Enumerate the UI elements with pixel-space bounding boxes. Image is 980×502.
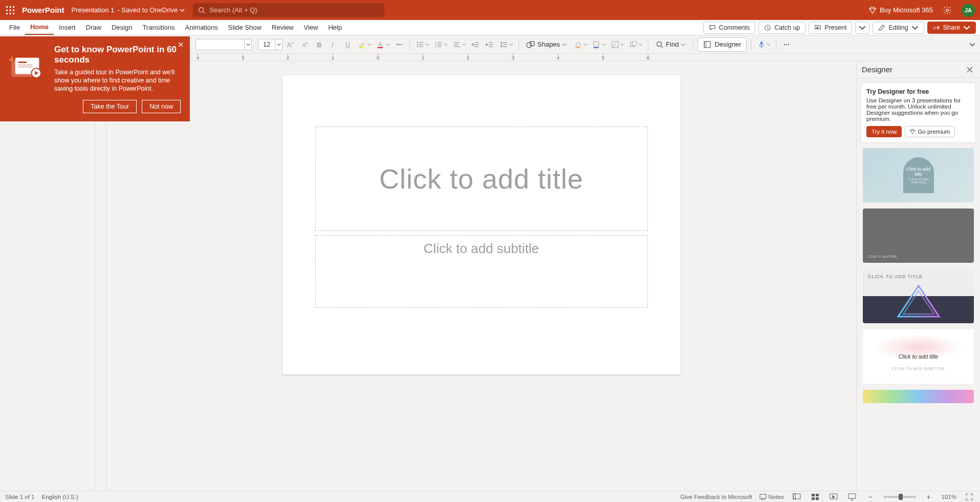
tab-transitions[interactable]: Transitions	[137, 20, 180, 35]
slide-counter[interactable]: Slide 1 of 1	[5, 494, 35, 500]
go-premium-button[interactable]: Go premium	[905, 126, 954, 137]
document-title[interactable]: Presentation 1	[72, 6, 115, 14]
svg-rect-2	[13, 6, 14, 8]
zoom-slider[interactable]	[883, 496, 916, 498]
comment-icon	[709, 24, 716, 31]
slide-1[interactable]: Click to add title Click to add subtitle	[282, 75, 681, 374]
save-status[interactable]: - Saved to OneDrive	[117, 6, 185, 14]
chevron-down-icon	[180, 8, 185, 13]
zoom-in-button[interactable]: +	[923, 492, 934, 501]
more-font-button[interactable]	[393, 38, 405, 51]
shape-fill-button[interactable]	[572, 38, 589, 51]
font-name-box[interactable]	[195, 39, 252, 50]
clock-arrow-icon	[764, 24, 771, 31]
shape-outline-button[interactable]	[591, 38, 607, 51]
arrange-button[interactable]	[627, 38, 644, 51]
tab-insert[interactable]: Insert	[54, 20, 81, 35]
designer-close-button[interactable]	[965, 65, 975, 75]
highlight-button[interactable]	[356, 38, 373, 51]
increase-indent-button[interactable]	[484, 38, 496, 51]
underline-button[interactable]: U	[342, 38, 354, 51]
font-name-dropdown[interactable]	[245, 39, 252, 50]
search-box[interactable]: Search (Alt + Q)	[193, 3, 384, 17]
bullets-button[interactable]	[414, 38, 430, 51]
reading-view-button[interactable]	[828, 492, 839, 501]
line-spacing-button[interactable]	[498, 38, 514, 51]
align-button[interactable]	[451, 38, 467, 51]
app-launcher-button[interactable]	[0, 0, 20, 20]
tab-file[interactable]: File	[4, 20, 25, 35]
design-ideas-list[interactable]: Click to add title CLICK TO ADD SUBTITLE…	[857, 146, 980, 491]
zoom-out-button[interactable]: −	[865, 492, 876, 501]
designer-toolbar-button[interactable]: Designer	[698, 37, 747, 52]
normal-view-button[interactable]	[791, 492, 802, 501]
title-placeholder[interactable]: Click to add title	[315, 127, 648, 231]
sorter-view-button[interactable]	[810, 492, 821, 501]
tab-view[interactable]: View	[299, 20, 323, 35]
svg-rect-54	[594, 47, 599, 48]
font-size-input[interactable]	[258, 39, 275, 50]
italic-button[interactable]: I	[328, 38, 340, 51]
numbering-button[interactable]: 123	[432, 38, 449, 51]
tab-help[interactable]: Help	[323, 20, 347, 35]
design-idea-2[interactable]: Click to add title	[863, 208, 974, 263]
bold-button[interactable]: B	[313, 38, 325, 51]
tab-draw[interactable]: Draw	[81, 20, 106, 35]
zoom-slider-knob[interactable]	[899, 494, 903, 500]
shapes-button[interactable]: Shapes	[523, 40, 570, 49]
buy-m365-button[interactable]: Buy Microsoft 365	[868, 6, 933, 14]
design-idea-5[interactable]	[863, 390, 974, 403]
font-size-dropdown[interactable]	[275, 39, 282, 50]
chevron-down-icon	[444, 43, 448, 47]
tab-animations[interactable]: Animations	[180, 20, 223, 35]
notes-icon	[759, 494, 767, 500]
svg-rect-53	[594, 41, 599, 46]
present-button[interactable]: Present	[809, 22, 852, 34]
slideshow-view-button[interactable]	[846, 492, 858, 501]
tab-home[interactable]: Home	[25, 20, 54, 35]
decrease-indent-button[interactable]	[469, 38, 482, 51]
notes-toggle[interactable]: Notes	[759, 494, 784, 500]
share-button[interactable]: Share	[927, 22, 976, 34]
grow-font-button[interactable]: A	[285, 38, 297, 51]
account-avatar[interactable]: JA	[962, 4, 975, 17]
tab-slideshow[interactable]: Slide Show	[223, 20, 267, 35]
collapse-ribbon-button[interactable]	[968, 40, 977, 49]
try-it-now-button[interactable]: Try it now	[866, 126, 902, 137]
svg-rect-62	[760, 41, 763, 45]
take-tour-button[interactable]: Take the Tour	[83, 100, 137, 113]
share-label: Share	[943, 24, 960, 31]
editing-mode-button[interactable]: Editing	[873, 22, 924, 34]
quick-styles-button[interactable]	[609, 38, 625, 51]
comments-button[interactable]: Comments	[703, 22, 755, 34]
dictate-button[interactable]	[755, 38, 772, 51]
zoom-level[interactable]: 101%	[942, 494, 956, 500]
shrink-font-button[interactable]: A	[299, 38, 311, 51]
chevron-down-icon	[277, 43, 281, 47]
find-button[interactable]: Find	[652, 40, 689, 49]
tab-design[interactable]: Design	[106, 20, 137, 35]
font-name-input[interactable]	[195, 39, 245, 50]
diamond-icon	[868, 6, 877, 14]
design-idea-3[interactable]: CLICK TO ADD TITLE	[863, 269, 974, 323]
design-idea-4[interactable]: Click to add title CLICK TO ADD SUBTITLE	[863, 329, 974, 384]
feedback-link[interactable]: Give Feedback to Microsoft	[681, 494, 752, 500]
chevron-down-icon	[767, 43, 771, 47]
not-now-button[interactable]: Not now	[142, 100, 181, 113]
svg-point-25	[401, 44, 402, 45]
ribbon-tabs: File Home Insert Draw Design Transitions…	[0, 20, 980, 35]
language-status[interactable]: English (U.S.)	[42, 494, 78, 500]
present-dropdown[interactable]	[855, 22, 869, 34]
slide-canvas[interactable]: Click to add title Click to add subtitle	[106, 61, 856, 491]
design-idea-1[interactable]: Click to add title CLICK TO ADD SUBTITLE	[863, 148, 974, 202]
font-color-button[interactable]: A	[375, 38, 391, 51]
more-commands-button[interactable]	[780, 38, 793, 51]
tab-review[interactable]: Review	[267, 20, 299, 35]
catchup-button[interactable]: Catch up	[758, 22, 805, 34]
slide-thumbnail-panel[interactable]	[0, 61, 95, 491]
font-size-box[interactable]	[258, 39, 282, 50]
subtitle-placeholder[interactable]: Click to add subtitle	[315, 235, 648, 308]
fit-to-window-button[interactable]	[964, 492, 975, 501]
callout-close-button[interactable]	[177, 40, 185, 49]
settings-button[interactable]	[940, 3, 954, 17]
